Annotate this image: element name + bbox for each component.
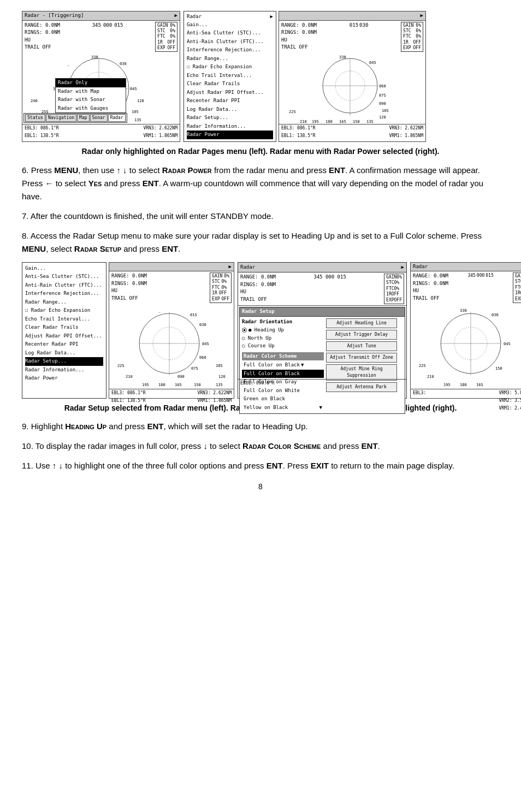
menu-item-interference[interactable]: Interference Rejection... — [187, 46, 273, 55]
menu-item-clear-b[interactable]: Clear Radar Trails — [25, 323, 103, 332]
color-full-white[interactable]: Full Color on White — [242, 387, 324, 395]
menu-item-gain[interactable]: Gain... — [187, 21, 273, 29]
svg-text:210: 210 — [300, 120, 307, 124]
setup-inner-title: Radar Setup — [240, 307, 405, 317]
menu-titlebar: Radar ▶ — [187, 13, 273, 21]
svg-text:075: 075 — [379, 93, 386, 98]
menu-item-adjust-ppi[interactable]: Adjust Radar PPI Offset... — [187, 88, 273, 97]
color-full-black-1[interactable]: Full Color on Black ▼ — [242, 361, 324, 370]
dropdown-item-radar-map[interactable]: Radar with Map — [56, 87, 126, 96]
para10: 10. To display the radar images in full … — [22, 440, 499, 453]
setup-right-column: Adjust Heading Line Adjust Trigger Delay… — [326, 318, 397, 412]
menu-item-checkbox-b[interactable]: ☐ Radar Echo Expansion — [25, 306, 103, 315]
menu-item-gain-b[interactable]: Gain... — [25, 264, 103, 273]
menu-item-echo-trail[interactable]: Echo Trail Interval... — [187, 72, 273, 80]
ebl3-right-top: EBL3: 086.1°R — [281, 125, 316, 132]
expand-icon-right-top: ▶ — [421, 12, 423, 20]
menu-item-interference-b[interactable]: Interference Rejection... — [25, 289, 103, 298]
menu-item-info-b[interactable]: Radar Information... — [25, 366, 103, 375]
dropdown-item-radar-gauges[interactable]: Radar with Gauges — [56, 104, 126, 113]
menu-item-ftc-b[interactable]: Anti-Rain Clutter (FTC)... — [25, 281, 103, 290]
menu-item-echo-trail-b[interactable]: Echo Trail Interval... — [25, 315, 103, 324]
svg-text:180: 180 — [325, 120, 333, 124]
radar-power-bold: Radar Power — [162, 165, 212, 175]
adjust-mine-btn[interactable]: Adjust Mine Ring Suppression — [326, 364, 397, 381]
tab-sonar[interactable]: Sonar — [90, 114, 108, 122]
north-up-option[interactable]: ○ North Up — [242, 335, 324, 342]
svg-text:045: 045 — [504, 342, 511, 346]
menu-item-recenter[interactable]: Recenter Radar PPI — [187, 97, 273, 105]
setup-gain-box: GAIN0% STC0% FTC0% 1ROFF EXPOFF — [384, 274, 404, 304]
gain-box-left: GAIN0% STC0% FTC0% 1ROFF EXPOFF — [155, 22, 177, 52]
menu-item-range-b[interactable]: Radar Range... — [25, 298, 103, 307]
svg-text:_: _ — [158, 309, 161, 313]
menu-item-log[interactable]: Log Radar Data... — [187, 105, 273, 114]
ent-bold-9: ENT — [147, 422, 163, 431]
header-left: RANGE: 0.0NM RINGS: 0.0NM HU TRAIL OFF — [25, 22, 60, 52]
header-right-top: RANGE: 0.0NM RINGS: 0.0NM HU TRAIL OFF — [281, 22, 317, 52]
heading-up-option[interactable]: ● Heading Up — [242, 327, 324, 334]
radio-heading-up — [242, 328, 247, 333]
tab-status[interactable]: Status — [25, 114, 45, 122]
menu-item-adjust-ppi-b[interactable]: Adjust Radar PPI Offset... — [25, 332, 103, 341]
svg-text:330: 330 — [91, 55, 98, 60]
ebl-footer-left: EBL3: 086.1°R VRN3: 2.622NM — [22, 124, 180, 132]
range-right-top: RANGE: 0.0NM — [281, 22, 317, 29]
vrm1-left: VRM1: 1.865NM — [143, 133, 177, 139]
bottom-figures: Gain... Anti-Sea Clutter (STC)... Anti-R… — [22, 262, 499, 399]
menu-item-setup[interactable]: Radar Setup... — [187, 114, 273, 122]
menu-item-power[interactable]: Radar Power — [187, 131, 273, 139]
menu-item-setup-b[interactable]: Radar Setup... — [25, 357, 103, 366]
menu-item-checkbox[interactable]: ☐ Radar Echo Expansion — [187, 63, 273, 72]
menu-item-log-b[interactable]: Log Radar Data... — [25, 349, 103, 358]
svg-text:030: 030 — [120, 62, 127, 66]
adjust-transmit-btn[interactable]: Adjust Transmit Off Zone — [326, 353, 397, 363]
color-green-black[interactable]: Green on Black — [242, 395, 324, 404]
menu-item-stc-b[interactable]: Anti-Sea Clutter (STC)... — [25, 272, 103, 281]
adjust-heading-btn[interactable]: Adjust Heading Line — [326, 318, 397, 328]
degree-labels-left: 345 000 015 — [92, 22, 123, 52]
setup-radar-info: RANGE: 0.0NM RINGS: 0.0NM HU TRAIL OFF — [240, 274, 276, 304]
radar-color-bold: Radar Color Scheme — [242, 441, 321, 451]
vrn3-left: VRN3: 2.622NM — [143, 125, 177, 132]
svg-text:045: 045 — [202, 342, 209, 346]
adjust-tune-btn[interactable]: Adjust Tune — [326, 341, 397, 351]
hu-right-top: HU — [281, 37, 317, 44]
svg-text:120: 120 — [379, 115, 386, 120]
setup-left-column: Radar Orientation ● Heading Up ○ North U… — [242, 318, 324, 412]
menu-item-power-b[interactable]: Radar Power — [25, 374, 103, 383]
tab-navigation[interactable]: Navigation — [46, 114, 76, 122]
menu-item-stc[interactable]: Anti-Sea Clutter (STC)... — [187, 29, 273, 38]
course-up-option[interactable]: ○ Course Up — [242, 342, 324, 350]
bottom-right-titlebar: Radar ▶ — [411, 263, 521, 272]
ebl-footer3-bottom-right: VRM1: 2.432NM — [411, 405, 521, 412]
gain-box-bottom-right: GAIN0% STC0% FTC0% 1ROFF EXPOFF — [513, 272, 521, 303]
para11: 11. Use ↑ ↓ to highlight one of the thre… — [22, 459, 499, 472]
radar-circle-bottom-right: 330 030 045 150 165 180 195 210 225 — [411, 304, 521, 389]
menu-item-range[interactable]: Radar Range... — [187, 55, 273, 63]
rings-left: RINGS: 0.0NM — [25, 29, 60, 37]
menu-item-ftc[interactable]: Anti-Rain Clutter (FTC)... — [187, 38, 273, 46]
color-full-black-highlighted[interactable]: Full Color on Black — [242, 370, 324, 378]
tab-radar[interactable]: Radar — [108, 114, 126, 122]
setup-radar-header: Radar ▶ — [238, 263, 406, 273]
adjust-trigger-btn[interactable]: Adjust Trigger Delay — [326, 330, 397, 340]
dropdown-item-radar-only[interactable]: Radar Only — [56, 79, 126, 87]
tab-map[interactable]: Map — [77, 114, 89, 122]
menu-item-recenter-b[interactable]: Recenter Radar PPI — [25, 340, 103, 349]
svg-text:045: 045 — [130, 87, 137, 91]
bottom-left-group: Gain... Anti-Sea Clutter (STC)... Anti-R… — [22, 262, 234, 399]
vrm1-right-top: VRM1: 1.865NM — [389, 133, 423, 139]
color-yellow-black[interactable]: Yellow on Black ▼ — [242, 404, 324, 412]
menu-item-info[interactable]: Radar Information... — [187, 122, 273, 131]
menu-expand-icon: ▶ — [270, 13, 273, 21]
menu-item-clear[interactable]: Clear Radar Trails — [187, 80, 273, 88]
vrn3-right-top: VRN3: 2.622NM — [389, 125, 423, 132]
svg-text:120: 120 — [218, 375, 226, 379]
ent-bold-6b: ENT — [143, 179, 159, 188]
radar-svg-bottom-left: _ 015 030 045 060 075 090 105 120 135 15… — [109, 304, 235, 389]
radar-setup-bold: Radar Setup — [74, 244, 121, 253]
dropdown-item-radar-sonar[interactable]: Radar with Sonar — [56, 96, 126, 104]
rings-right-top: RINGS: 0.0NM — [281, 29, 317, 37]
radar-setup-inner: Radar Setup Radar Orientation ● Heading … — [239, 307, 405, 414]
